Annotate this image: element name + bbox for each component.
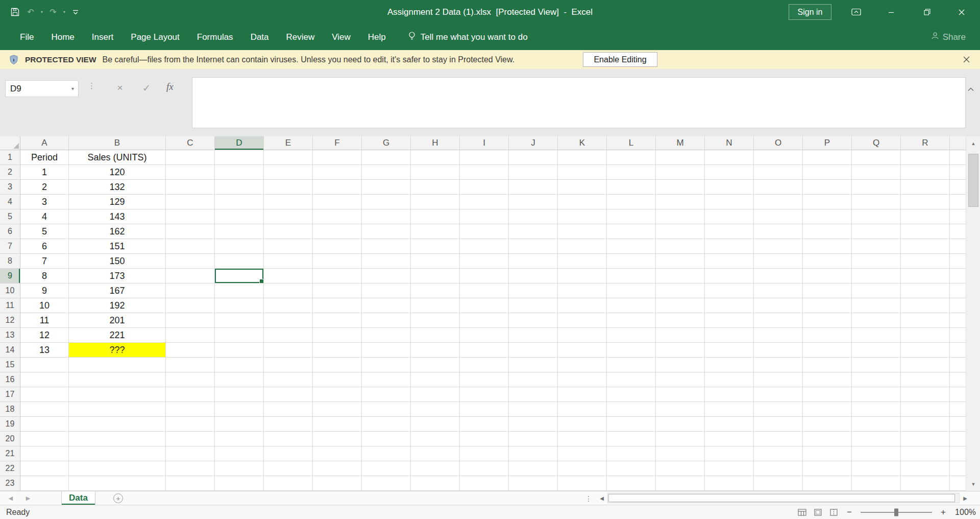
cell-e23[interactable] xyxy=(264,476,313,491)
cell-o6[interactable] xyxy=(754,224,803,239)
cell-n22[interactable] xyxy=(705,461,754,476)
cell-c10[interactable] xyxy=(166,284,215,298)
cell-e14[interactable] xyxy=(264,343,313,358)
cell-m21[interactable] xyxy=(656,446,705,461)
cell-d13[interactable] xyxy=(215,328,264,343)
cell-q13[interactable] xyxy=(852,328,901,343)
column-header-j[interactable]: J xyxy=(509,136,558,150)
cell-j5[interactable] xyxy=(509,209,558,224)
cell-h18[interactable] xyxy=(411,402,460,417)
cell-b22[interactable] xyxy=(69,461,166,476)
cell-a17[interactable] xyxy=(20,387,69,402)
cell-b5[interactable]: 143 xyxy=(69,209,166,224)
cell-m4[interactable] xyxy=(656,195,705,209)
undo-dropdown-icon[interactable]: ▾ xyxy=(41,10,43,14)
tab-bar-splitter-icon[interactable]: ⋮ xyxy=(585,491,592,505)
enable-editing-button[interactable]: Enable Editing xyxy=(583,52,657,67)
cell-m8[interactable] xyxy=(656,254,705,269)
cell-h21[interactable] xyxy=(411,446,460,461)
cell-d12[interactable] xyxy=(215,313,264,328)
row-header-4[interactable]: 4 xyxy=(0,195,20,209)
cell-a12[interactable]: 11 xyxy=(20,313,69,328)
cell-i19[interactable] xyxy=(460,417,509,432)
row-header-16[interactable]: 16 xyxy=(0,372,20,387)
cell-r20[interactable] xyxy=(901,432,950,446)
cell-h3[interactable] xyxy=(411,180,460,195)
cell-a18[interactable] xyxy=(20,402,69,417)
cell-d10[interactable] xyxy=(215,284,264,298)
column-header-o[interactable]: O xyxy=(754,136,803,150)
name-box-dropdown-icon[interactable]: ▾ xyxy=(71,86,78,91)
cell-c17[interactable] xyxy=(166,387,215,402)
cell-e17[interactable] xyxy=(264,387,313,402)
cell-b17[interactable] xyxy=(69,387,166,402)
cell-j19[interactable] xyxy=(509,417,558,432)
cell-f18[interactable] xyxy=(313,402,362,417)
cell-m12[interactable] xyxy=(656,313,705,328)
cell-d21[interactable] xyxy=(215,446,264,461)
cell-e8[interactable] xyxy=(264,254,313,269)
cell-h20[interactable] xyxy=(411,432,460,446)
cell-o2[interactable] xyxy=(754,165,803,180)
cell-j7[interactable] xyxy=(509,239,558,254)
cell-l19[interactable] xyxy=(607,417,656,432)
cell-g6[interactable] xyxy=(362,224,411,239)
cell-r9[interactable] xyxy=(901,269,950,284)
cell-n18[interactable] xyxy=(705,402,754,417)
cell-l21[interactable] xyxy=(607,446,656,461)
cell-j2[interactable] xyxy=(509,165,558,180)
cell-e9[interactable] xyxy=(264,269,313,284)
cell-a14[interactable]: 13 xyxy=(20,343,69,358)
cell-d18[interactable] xyxy=(215,402,264,417)
cell-i20[interactable] xyxy=(460,432,509,446)
column-header-c[interactable]: C xyxy=(166,136,215,150)
cell-h22[interactable] xyxy=(411,461,460,476)
cell-q4[interactable] xyxy=(852,195,901,209)
cell-g19[interactable] xyxy=(362,417,411,432)
cell-l15[interactable] xyxy=(607,358,656,372)
cell-m15[interactable] xyxy=(656,358,705,372)
cell-n3[interactable] xyxy=(705,180,754,195)
cell-b23[interactable] xyxy=(69,476,166,491)
column-header-r[interactable]: R xyxy=(901,136,950,150)
cell-l2[interactable] xyxy=(607,165,656,180)
cell-k9[interactable] xyxy=(558,269,607,284)
cell-q15[interactable] xyxy=(852,358,901,372)
cell-k8[interactable] xyxy=(558,254,607,269)
cell-d19[interactable] xyxy=(215,417,264,432)
cell-k3[interactable] xyxy=(558,180,607,195)
cell-f22[interactable] xyxy=(313,461,362,476)
row-header-12[interactable]: 12 xyxy=(0,313,20,328)
cell-l18[interactable] xyxy=(607,402,656,417)
close-button[interactable] xyxy=(950,0,973,24)
cell-p1[interactable] xyxy=(803,150,852,165)
cell-h11[interactable] xyxy=(411,298,460,313)
cell-b9[interactable]: 173 xyxy=(69,269,166,284)
cell-p3[interactable] xyxy=(803,180,852,195)
cell-n2[interactable] xyxy=(705,165,754,180)
cell-d3[interactable] xyxy=(215,180,264,195)
cell-l1[interactable] xyxy=(607,150,656,165)
cell-c14[interactable] xyxy=(166,343,215,358)
cell-a7[interactable]: 6 xyxy=(20,239,69,254)
cell-f10[interactable] xyxy=(313,284,362,298)
vertical-scroll-thumb[interactable] xyxy=(968,154,978,207)
cell-b11[interactable]: 192 xyxy=(69,298,166,313)
cell-n16[interactable] xyxy=(705,372,754,387)
cell-n21[interactable] xyxy=(705,446,754,461)
cell-d15[interactable] xyxy=(215,358,264,372)
cell-k5[interactable] xyxy=(558,209,607,224)
cell-r5[interactable] xyxy=(901,209,950,224)
cell-f14[interactable] xyxy=(313,343,362,358)
cell-j12[interactable] xyxy=(509,313,558,328)
cell-l5[interactable] xyxy=(607,209,656,224)
cell-a16[interactable] xyxy=(20,372,69,387)
cell-a13[interactable]: 12 xyxy=(20,328,69,343)
normal-view-icon[interactable] xyxy=(798,509,806,516)
cell-d7[interactable] xyxy=(215,239,264,254)
cell-m23[interactable] xyxy=(656,476,705,491)
cell-g4[interactable] xyxy=(362,195,411,209)
cell-o3[interactable] xyxy=(754,180,803,195)
cell-f7[interactable] xyxy=(313,239,362,254)
cell-b4[interactable]: 129 xyxy=(69,195,166,209)
